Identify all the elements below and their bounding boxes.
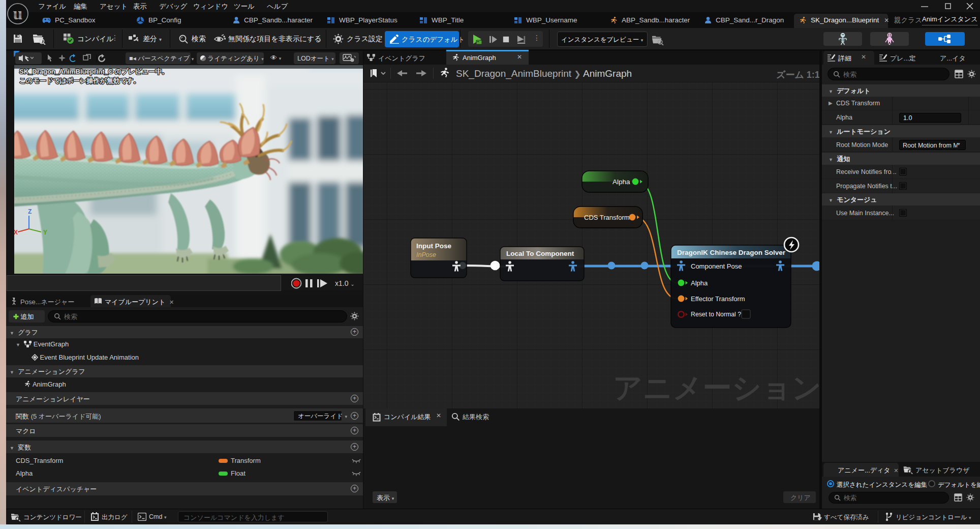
svg-text:u: u: [13, 4, 23, 23]
svg-text:Input Pose: Input Pose: [416, 242, 451, 250]
svg-text:Local To Component: Local To Component: [506, 250, 574, 257]
svg-text:Alpha: Alpha: [691, 279, 708, 287]
svg-text:Alpha: Alpha: [612, 178, 630, 186]
svg-text:X: X: [14, 229, 18, 236]
svg-text:Y: Y: [43, 229, 47, 236]
svg-text:Reset to Normal ?: Reset to Normal ?: [691, 311, 741, 318]
svg-text:CDS Transform: CDS Transform: [584, 214, 630, 221]
svg-text:SK_Dragon_AnimBlueprint_C のプレビ: SK_Dragon_AnimBlueprint_C のプレビュー中。: [19, 68, 168, 75]
svg-text:Component Pose: Component Pose: [691, 262, 742, 270]
svg-text:DragonIK Chinese Dragon Solver: DragonIK Chinese Dragon Solver: [677, 249, 786, 256]
svg-text:アニメーション: アニメーション: [613, 371, 819, 404]
svg-text:このモードではボーン操作が無効です。: このモードではボーン操作が無効です。: [19, 77, 140, 84]
svg-text:Z: Z: [28, 208, 32, 215]
svg-text:Effector Transform: Effector Transform: [691, 295, 745, 303]
svg-text:InPose: InPose: [416, 251, 436, 258]
